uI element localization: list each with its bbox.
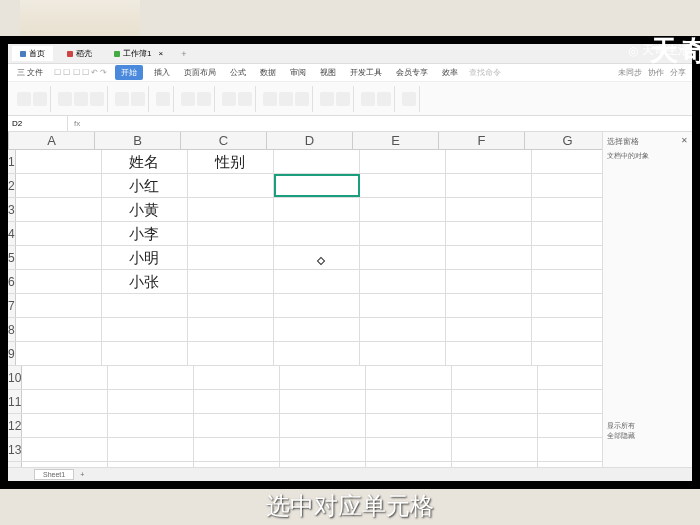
cell-C6[interactable] [188,270,274,293]
cell-B12[interactable] [108,414,194,437]
cell-F7[interactable] [446,294,532,317]
cell-F3[interactable] [446,198,532,221]
cell-A8[interactable] [16,318,102,341]
row-header[interactable]: 7 [8,294,16,317]
wrap-button[interactable] [131,92,145,106]
cell-A9[interactable] [16,342,102,365]
cell-G13[interactable] [538,438,602,461]
cell-F2[interactable] [446,174,532,197]
cell-F13[interactable] [452,438,538,461]
cell-A13[interactable] [22,438,108,461]
menu-review[interactable]: 审阅 [287,66,309,79]
cell-A11[interactable] [22,390,108,413]
cell-G8[interactable] [532,318,602,341]
row-header[interactable]: 10 [8,366,22,389]
cell-E3[interactable] [360,198,446,221]
row-header[interactable]: 9 [8,342,16,365]
cell-F4[interactable] [446,222,532,245]
cell-F12[interactable] [452,414,538,437]
cut-button[interactable] [33,92,47,106]
cell-F14[interactable] [452,462,538,467]
cell-G4[interactable] [532,222,602,245]
cell-D3[interactable] [274,198,360,221]
file-menu[interactable]: 三 文件 [14,66,46,79]
cell-C3[interactable] [188,198,274,221]
row-header[interactable]: 6 [8,270,16,293]
col-F[interactable]: F [439,132,525,149]
cell-C10[interactable] [194,366,280,389]
cell-B9[interactable] [102,342,188,365]
cell-F11[interactable] [452,390,538,413]
cell-E14[interactable] [366,462,452,467]
cell-B2[interactable]: 小红 [102,174,188,197]
row-header[interactable]: 8 [8,318,16,341]
cell-G14[interactable] [538,462,602,467]
col-B[interactable]: B [95,132,181,149]
cell-D12[interactable] [280,414,366,437]
row-header[interactable]: 13 [8,438,22,461]
sheet-button[interactable] [361,92,375,106]
format-button[interactable] [181,92,195,106]
col-G[interactable]: G [525,132,602,149]
cell-A3[interactable] [16,198,102,221]
cell-A6[interactable] [16,270,102,293]
close-icon[interactable]: ✕ [681,136,688,145]
cell-G1[interactable] [532,150,602,173]
bold-button[interactable] [90,92,104,106]
cell-A14[interactable] [22,462,108,467]
sort-button[interactable] [295,92,309,106]
spreadsheet-grid[interactable]: A B C D E F G 1姓名性别2小红3小黄4小李5小明6小张789101… [8,132,602,467]
row-header[interactable]: 1 [8,150,16,173]
cell-B10[interactable] [108,366,194,389]
size-button[interactable] [74,92,88,106]
cell-D11[interactable] [280,390,366,413]
cell-G2[interactable] [532,174,602,197]
style-button[interactable] [238,92,252,106]
hide-all-button[interactable]: 全部隐藏 [607,431,688,441]
freeze-button[interactable] [377,92,391,106]
cell-E9[interactable] [360,342,446,365]
cell-D4[interactable] [274,222,360,245]
new-tab-button[interactable]: + [177,49,190,59]
tab-docer[interactable]: 稻壳 [59,46,100,61]
menu-start[interactable]: 开始 [115,65,143,80]
menu-vip[interactable]: 会员专享 [393,66,431,79]
fill-button[interactable] [320,92,334,106]
cell-B4[interactable]: 小李 [102,222,188,245]
cell-C9[interactable] [188,342,274,365]
cell-E7[interactable] [360,294,446,317]
cell-C13[interactable] [194,438,280,461]
align-button[interactable] [115,92,129,106]
cell-F5[interactable] [446,246,532,269]
cell-G7[interactable] [532,294,602,317]
cell-D10[interactable] [280,366,366,389]
cell-F8[interactable] [446,318,532,341]
cell-B13[interactable] [108,438,194,461]
new-sheet-button[interactable]: + [80,471,84,478]
cell-E11[interactable] [366,390,452,413]
font-button[interactable] [58,92,72,106]
col-A[interactable]: A [9,132,95,149]
col-C[interactable]: C [181,132,267,149]
cell-G5[interactable] [532,246,602,269]
cell-B8[interactable] [102,318,188,341]
cell-E1[interactable] [360,150,446,173]
sheet-tab[interactable]: Sheet1 [34,469,74,480]
row-header[interactable]: 12 [8,414,22,437]
cell-A7[interactable] [16,294,102,317]
cell-E13[interactable] [366,438,452,461]
row-header[interactable]: 2 [8,174,16,197]
cell-D7[interactable] [274,294,360,317]
paste-button[interactable] [17,92,31,106]
cell-A12[interactable] [22,414,108,437]
cell-D8[interactable] [274,318,360,341]
cell-B11[interactable] [108,390,194,413]
cell-B7[interactable] [102,294,188,317]
menu-view[interactable]: 视图 [317,66,339,79]
menu-data[interactable]: 数据 [257,66,279,79]
row-header[interactable]: 3 [8,198,16,221]
cell-C14[interactable] [194,462,280,467]
row-header[interactable]: 11 [8,390,22,413]
cell-B5[interactable]: 小明 [102,246,188,269]
menu-eff[interactable]: 效率 [439,66,461,79]
